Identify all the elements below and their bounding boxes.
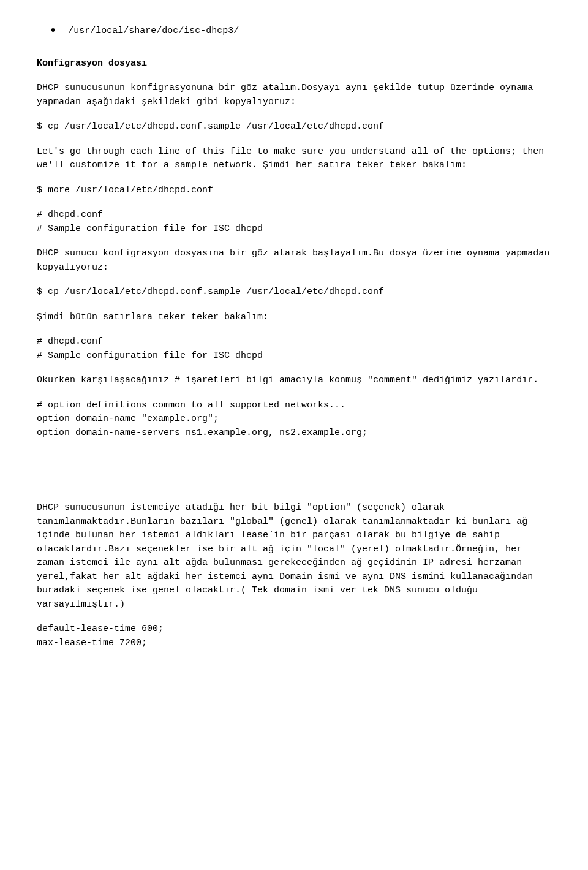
command-line: $ more /usr/local/etc/dhcpd.conf bbox=[37, 184, 551, 198]
paragraph: Şimdi bütün satırlara teker teker bakalı… bbox=[37, 311, 551, 325]
command-line: $ cp /usr/local/etc/dhcpd.conf.sample /u… bbox=[37, 120, 551, 134]
config-line: option domain-name-servers ns1.example.o… bbox=[37, 426, 551, 441]
bullet-icon: • bbox=[49, 25, 57, 38]
bullet-text: /usr/local/share/doc/isc-dhcp3/ bbox=[68, 25, 239, 39]
config-comment: # Sample configuration file for ISC dhcp… bbox=[37, 222, 551, 236]
paragraph: DHCP sunucu konfigrasyon dosyasına bir g… bbox=[37, 247, 551, 274]
config-comment: # dhcpd.conf bbox=[37, 335, 551, 349]
command-line: $ cp /usr/local/etc/dhcpd.conf.sample /u… bbox=[37, 286, 551, 300]
section-heading: Konfigrasyon dosyası bbox=[37, 57, 551, 71]
config-line: option domain-name "example.org"; bbox=[37, 412, 551, 426]
config-line: # option definitions common to all suppo… bbox=[37, 399, 551, 413]
paragraph: DHCP sunucusunun konfigrasyonuna bir göz… bbox=[37, 81, 551, 109]
paragraph: Let's go through each line of this file … bbox=[37, 145, 551, 173]
paragraph: DHCP sunucusunun istemciye atadığı her b… bbox=[37, 501, 551, 611]
config-line: max-lease-time 7200; bbox=[37, 637, 551, 651]
config-comment: # Sample configuration file for ISC dhcp… bbox=[37, 349, 551, 363]
config-line: default-lease-time 600; bbox=[37, 622, 551, 637]
paragraph: Okurken karşılaşacağınız # işaretleri bi… bbox=[37, 374, 551, 388]
config-comment: # dhcpd.conf bbox=[37, 208, 551, 222]
bullet-item: • /usr/local/share/doc/isc-dhcp3/ bbox=[37, 25, 551, 39]
